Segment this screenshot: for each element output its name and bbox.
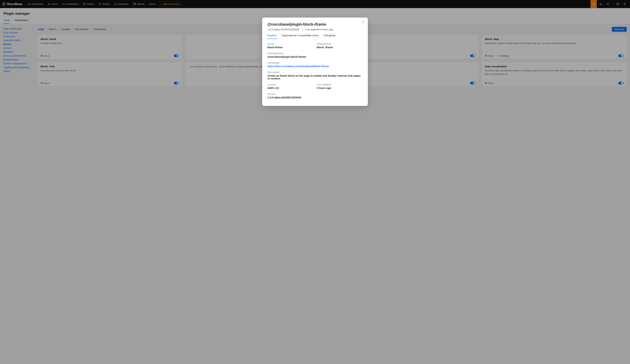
field-label: Description — [268, 71, 362, 74]
modal-tabs: Readme Dependencies compatibility check … — [268, 34, 362, 39]
field-name: Name block-iframe — [268, 42, 313, 49]
modal-overlay[interactable]: @nocobase/plugin-block-iframe 1.4.0-alph… — [0, 0, 630, 90]
modal-title: @nocobase/plugin-block-iframe — [268, 22, 362, 27]
field-value: Create an iframe block on the page to em… — [268, 74, 362, 80]
field-label: PackageName — [268, 52, 362, 55]
detail-grid: Name block-iframe DisplayName Block: ifr… — [268, 42, 362, 90]
field-displayname: DisplayName Block: iframe — [317, 42, 362, 49]
modal-version: 1.4.0-alpha.20240912025040 — [268, 28, 300, 31]
field-label: Name — [268, 42, 313, 45]
field-label: License — [268, 83, 313, 86]
field-value: 5 hours ago — [317, 87, 362, 89]
field-value: Block: iframe — [317, 46, 362, 49]
field-label: Last updated — [317, 83, 362, 86]
field-value: block-iframe — [268, 46, 313, 49]
tab-dependencies[interactable]: Dependencies compatibility check — [282, 34, 319, 39]
field-license: License AGPL-3.0 — [268, 83, 313, 89]
homepage-link[interactable]: https://docs.nocobase.com/handbook/block… — [268, 65, 362, 68]
field-value: @nocobase/plugin-block-iframe — [268, 55, 362, 58]
close-icon — [362, 21, 365, 23]
field-homepage: Homepage https://docs.nocobase.com/handb… — [268, 61, 362, 68]
modal-subtitle: 1.4.0-alpha.20240912025040 • Last update… — [268, 28, 362, 31]
field-lastupdated: Last updated 5 hours ago — [317, 83, 362, 89]
field-label: Homepage — [268, 61, 362, 64]
field-description: Description Create an iframe block on th… — [268, 71, 362, 80]
tab-readme[interactable]: Readme — [268, 34, 277, 39]
field-label: DisplayName — [317, 42, 362, 45]
tab-changelog[interactable]: Changelog — [324, 34, 336, 39]
field-package: PackageName @nocobase/plugin-block-ifram… — [268, 52, 362, 58]
field-value: AGPL-3.0 — [268, 87, 313, 89]
modal-updated: Last updated 5 hours ago — [305, 28, 333, 31]
dot-separator: • — [302, 28, 303, 31]
plugin-detail-modal: @nocobase/plugin-block-iframe 1.4.0-alph… — [262, 17, 368, 90]
close-button[interactable] — [362, 21, 365, 24]
